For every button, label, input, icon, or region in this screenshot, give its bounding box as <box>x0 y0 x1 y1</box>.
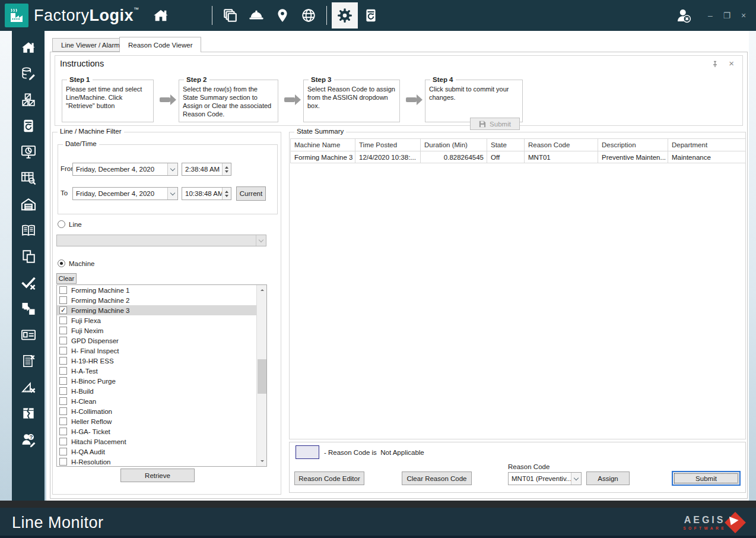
home-icon[interactable] <box>20 39 37 56</box>
machine-checkbox[interactable] <box>59 387 67 395</box>
device-restore-icon[interactable] <box>20 118 37 134</box>
table-cell: Maintenance <box>668 151 746 163</box>
hardhat-icon[interactable] <box>243 2 269 29</box>
submit-button[interactable]: Submit <box>672 471 741 486</box>
machine-list-item[interactable]: H-Collimation <box>57 406 266 416</box>
machine-list-item[interactable]: H-A-Test <box>57 366 266 376</box>
current-button[interactable]: Current <box>236 186 266 201</box>
machine-checkbox[interactable] <box>59 397 67 405</box>
machine-list-item[interactable]: H-Binoc Purge <box>57 376 266 386</box>
close-button[interactable]: × <box>737 9 750 22</box>
line-radio[interactable] <box>58 220 65 228</box>
machine-radio[interactable] <box>58 259 65 267</box>
to-time-spinner[interactable]: 10:38:48 AM <box>182 187 231 200</box>
machine-checkbox[interactable] <box>59 347 67 355</box>
checklist-x-icon[interactable] <box>20 353 37 369</box>
table-search-icon[interactable] <box>20 170 37 186</box>
pallet-boxes-icon[interactable] <box>20 91 37 108</box>
device-restore-icon[interactable] <box>358 2 384 29</box>
step-submit-button[interactable]: Submit <box>470 118 520 130</box>
machine-checkbox[interactable] <box>59 377 67 385</box>
machine-checkbox[interactable] <box>59 317 67 324</box>
machine-checkbox[interactable] <box>59 327 67 334</box>
scroll-down-icon[interactable] <box>257 456 267 466</box>
machine-list-item[interactable]: H-Resolution <box>57 457 266 467</box>
machine-list-item[interactable]: H-19-HR ESS <box>57 356 266 366</box>
chevron-down-icon[interactable] <box>167 188 177 200</box>
table-cell: Off <box>487 151 525 163</box>
tab-reason-code-viewer[interactable]: Reason Code Viewer <box>119 37 201 52</box>
globe-icon[interactable] <box>296 2 322 29</box>
monitor-chart-icon[interactable] <box>20 144 37 160</box>
home-icon[interactable] <box>148 2 174 29</box>
spinner-arrows-icon[interactable] <box>222 163 231 175</box>
machine-checkbox[interactable] <box>59 428 67 435</box>
machine-list-scrollbar[interactable] <box>256 285 266 466</box>
machine-checkbox[interactable] <box>59 458 67 466</box>
spinner-arrows-icon[interactable] <box>222 188 231 200</box>
open-book-icon[interactable] <box>20 222 37 239</box>
from-date-select[interactable]: Friday, December 4, 2020 <box>72 163 178 176</box>
machine-label: Forming Machine 1 <box>71 287 129 294</box>
database-edit-icon[interactable] <box>20 65 37 82</box>
clear-button[interactable]: Clear <box>56 273 77 284</box>
pin-icon[interactable] <box>711 61 719 68</box>
reason-code-editor-button[interactable]: Reason Code Editor <box>294 471 364 485</box>
machine-list-item[interactable]: Fuji Nexim <box>57 325 266 336</box>
scrollbar-thumb[interactable] <box>258 359 266 394</box>
machine-list-item[interactable]: Forming Machine 2 <box>57 295 266 305</box>
retrieve-button[interactable]: Retrieve <box>120 469 195 482</box>
machine-list-item[interactable]: Forming Machine 1 <box>57 285 266 295</box>
settings-gear-icon[interactable] <box>332 2 358 29</box>
table-row[interactable]: Forming Machine 312/4/2020 10:38:...0.82… <box>291 151 746 163</box>
user-question-icon[interactable]: ? <box>20 431 37 448</box>
toolbar-divider <box>326 6 327 25</box>
machine-checkbox[interactable] <box>59 367 67 375</box>
ruler-x-icon[interactable] <box>20 379 37 395</box>
tab-label: Line Viewer / Alarms <box>61 42 123 49</box>
check-x-icon[interactable] <box>20 274 37 291</box>
machine-list-item[interactable]: Hitachi Placement <box>57 436 266 447</box>
machine-checkbox[interactable] <box>59 438 67 445</box>
machine-list-item[interactable]: H- Final Inspect <box>57 346 266 356</box>
machine-checkbox[interactable] <box>59 296 67 304</box>
copy-pages-icon[interactable] <box>20 248 37 265</box>
documents-icon[interactable] <box>217 2 243 29</box>
from-time-spinner[interactable]: 2:38:48 AM <box>182 163 231 176</box>
assign-button[interactable]: Assign <box>586 471 630 485</box>
machine-list-item[interactable]: H-Clean <box>57 396 266 406</box>
user-logout-icon[interactable] <box>671 2 697 29</box>
transfer-boxes-icon[interactable] <box>20 300 37 317</box>
machine-list-item[interactable]: ✓Forming Machine 3 <box>57 305 266 315</box>
machine-list-item[interactable]: GPD Dispenser <box>57 336 266 346</box>
table-cell: 0.828264545 <box>421 151 487 163</box>
machine-checkbox[interactable] <box>59 448 67 455</box>
chevron-down-icon[interactable] <box>167 163 177 175</box>
location-pin-icon[interactable] <box>269 2 296 29</box>
machine-checkbox[interactable] <box>59 357 67 365</box>
machine-checkbox[interactable] <box>59 407 67 415</box>
machine-checkbox[interactable] <box>59 417 67 425</box>
minimize-button[interactable]: – <box>704 9 717 22</box>
machine-list-item[interactable]: H-QA Audit <box>57 447 266 457</box>
to-date-value: Friday, December 4, 2020 <box>73 190 167 197</box>
machine-checkbox[interactable] <box>59 286 67 294</box>
to-date-select[interactable]: Friday, December 4, 2020 <box>72 187 178 200</box>
machine-checkbox[interactable] <box>59 337 67 344</box>
damaged-package-icon[interactable] <box>20 405 37 422</box>
machine-list-item[interactable]: Fuji Flexa <box>57 315 266 325</box>
scroll-up-icon[interactable] <box>257 285 267 295</box>
machine-list-item[interactable]: Heller Reflow <box>57 416 266 426</box>
reason-code-select[interactable]: MNT01 (Preventiv... <box>508 472 582 485</box>
machine-checkbox[interactable]: ✓ <box>59 306 67 314</box>
warehouse-icon[interactable] <box>20 196 37 213</box>
maximize-button[interactable]: ❐ <box>720 9 733 22</box>
id-card-icon[interactable] <box>20 327 37 343</box>
line-select[interactable] <box>56 235 266 246</box>
machine-list-item[interactable]: H-GA- Ticket <box>57 426 266 436</box>
chevron-down-icon[interactable] <box>571 473 581 485</box>
machine-list-item[interactable]: H-Build <box>57 386 266 396</box>
machine-label: H-Build <box>71 388 94 395</box>
close-icon[interactable]: × <box>729 58 734 68</box>
clear-reason-code-button[interactable]: Clear Reason Code <box>402 471 472 485</box>
